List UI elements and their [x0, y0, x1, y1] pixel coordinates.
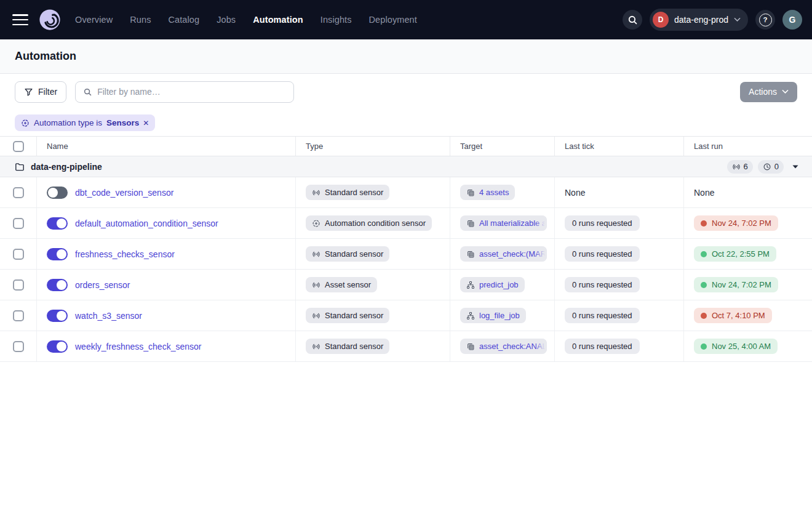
table-row: orders_sensor Asset sensor predict_job 0…: [0, 270, 812, 300]
last-run-status-badge[interactable]: Nov 24, 7:02 PM: [694, 277, 778, 292]
sensor-toggle[interactable]: [47, 340, 68, 353]
last-tick-badge: 0 runs requested: [565, 246, 640, 262]
target-badge[interactable]: predict_job: [460, 277, 525, 292]
schedule-count: 0: [774, 162, 779, 171]
target-link[interactable]: predict_job: [479, 280, 519, 289]
sensor-name-link[interactable]: default_automation_condition_sensor: [75, 219, 218, 228]
primary-nav: OverviewRunsCatalogJobsAutomationInsight…: [75, 15, 417, 25]
filter-button[interactable]: Filter: [15, 81, 66, 103]
sensor-toggle[interactable]: [47, 187, 68, 199]
user-avatar[interactable]: G: [782, 10, 802, 30]
automation-icon: [312, 219, 320, 228]
row-checkbox[interactable]: [13, 187, 24, 198]
target-badge[interactable]: All materializable as: [460, 215, 547, 231]
table-row: weekly_freshness_check_sensor Standard s…: [0, 331, 812, 362]
nav-item-deployment[interactable]: Deployment: [369, 15, 417, 25]
row-checkbox[interactable]: [13, 218, 24, 229]
code-location-group-row[interactable]: data-eng-pipeline 6 0: [0, 156, 812, 177]
row-checkbox[interactable]: [13, 341, 24, 352]
search-button[interactable]: [623, 10, 642, 30]
sensor-name-link[interactable]: orders_sensor: [75, 280, 130, 290]
nav-item-insights[interactable]: Insights: [320, 15, 352, 25]
nav-item-catalog[interactable]: Catalog: [168, 15, 199, 25]
sensor-toggle[interactable]: [47, 248, 68, 260]
target-link[interactable]: asset_check:ANALY: [479, 342, 547, 351]
automation-condition-icon: [21, 119, 30, 127]
toggle-knob: [57, 280, 66, 290]
row-checkbox[interactable]: [13, 279, 24, 291]
sensor-toggle[interactable]: [47, 310, 68, 322]
sensor-type-label: Standard sensor: [325, 249, 383, 259]
name-filter-field[interactable]: [75, 81, 294, 103]
close-icon[interactable]: ✕: [143, 119, 149, 127]
toggle-knob: [57, 311, 66, 321]
help-button[interactable]: ?: [755, 10, 775, 30]
sensor-name-link[interactable]: weekly_freshness_check_sensor: [75, 342, 201, 351]
sensor-name-link[interactable]: dbt_code_version_sensor: [75, 188, 173, 198]
sensor-type-badge: Automation condition sensor: [306, 215, 432, 231]
last-run-status-badge[interactable]: Nov 25, 4:00 AM: [694, 339, 778, 354]
last-run-time: Nov 24, 7:02 PM: [712, 280, 771, 289]
last-run-time: Nov 25, 4:00 AM: [712, 342, 771, 351]
search-icon: [83, 87, 92, 97]
column-header-last-tick[interactable]: Last tick: [555, 137, 684, 156]
group-row-badges: 6 0: [727, 160, 802, 174]
deployment-name: data-eng-prod: [674, 15, 728, 25]
column-header-name[interactable]: Name: [37, 137, 296, 156]
last-run-time: Nov 24, 7:02 PM: [712, 219, 771, 228]
actions-button[interactable]: Actions: [740, 82, 797, 102]
collapse-group-button[interactable]: [789, 164, 802, 170]
deployment-switcher[interactable]: D data-eng-prod: [650, 9, 748, 31]
run-status-dot-icon: [701, 282, 707, 288]
toggle-knob: [48, 188, 58, 198]
target-link[interactable]: All materializable as: [479, 219, 547, 228]
app-window: OverviewRunsCatalogJobsAutomationInsight…: [0, 0, 812, 506]
content-background: [0, 362, 812, 506]
target-badge[interactable]: 4 assets: [460, 185, 515, 200]
last-run-status-badge[interactable]: Nov 24, 7:02 PM: [694, 215, 778, 231]
chevron-down-icon: [782, 89, 789, 94]
help-icon: ?: [759, 14, 772, 26]
sensor-icon: [312, 188, 320, 197]
filter-button-label: Filter: [38, 87, 57, 97]
sensor-name-link[interactable]: watch_s3_sensor: [75, 311, 142, 321]
table-row: default_automation_condition_sensor Auto…: [0, 208, 812, 239]
target-link[interactable]: asset_check:(MARK: [479, 249, 547, 259]
column-header-target[interactable]: Target: [450, 137, 555, 156]
nav-item-overview[interactable]: Overview: [75, 15, 113, 25]
last-run-status-badge[interactable]: Oct 7, 4:10 PM: [694, 308, 772, 323]
top-nav-right: D data-eng-prod ? G: [623, 9, 802, 31]
toolbar: Filter Actions: [0, 74, 812, 110]
chevron-down-icon: [734, 17, 741, 22]
last-run-status-badge[interactable]: Oct 22, 2:55 PM: [694, 246, 776, 262]
filter-chip-value: Sensors: [106, 118, 139, 127]
nav-item-automation[interactable]: Automation: [253, 15, 303, 25]
target-link[interactable]: log_file_job: [479, 311, 520, 320]
select-all-checkbox[interactable]: [13, 141, 24, 152]
nav-item-runs[interactable]: Runs: [130, 15, 151, 25]
actions-button-label: Actions: [749, 87, 777, 97]
column-header-last-run[interactable]: Last run: [684, 137, 812, 156]
nav-item-jobs[interactable]: Jobs: [217, 15, 236, 25]
sensor-name-link[interactable]: freshness_checks_sensor: [75, 249, 175, 259]
deployment-initial-badge: D: [653, 12, 669, 28]
target-badge[interactable]: asset_check:ANALY: [460, 339, 547, 354]
sensor-toggle[interactable]: [47, 279, 68, 291]
sensor-toggle[interactable]: [47, 217, 68, 230]
target-badge[interactable]: log_file_job: [460, 308, 526, 323]
sensor-icon: [312, 342, 320, 351]
dagster-logo-icon[interactable]: [38, 8, 62, 31]
row-checkbox[interactable]: [13, 310, 24, 321]
sensor-icon: [732, 163, 741, 171]
toggle-knob: [57, 219, 66, 228]
hamburger-menu-icon[interactable]: [12, 14, 28, 25]
target-link[interactable]: 4 assets: [479, 188, 509, 197]
sensor-icon: [312, 311, 320, 320]
sensor-type-badge: Standard sensor: [306, 308, 389, 323]
name-filter-input[interactable]: [97, 87, 286, 97]
column-header-type[interactable]: Type: [296, 137, 450, 156]
filter-chip-automation-type[interactable]: Automation type is Sensors ✕: [15, 114, 155, 131]
run-status-dot-icon: [701, 343, 707, 350]
row-checkbox[interactable]: [13, 249, 24, 260]
target-badge[interactable]: asset_check:(MARK: [460, 246, 547, 262]
